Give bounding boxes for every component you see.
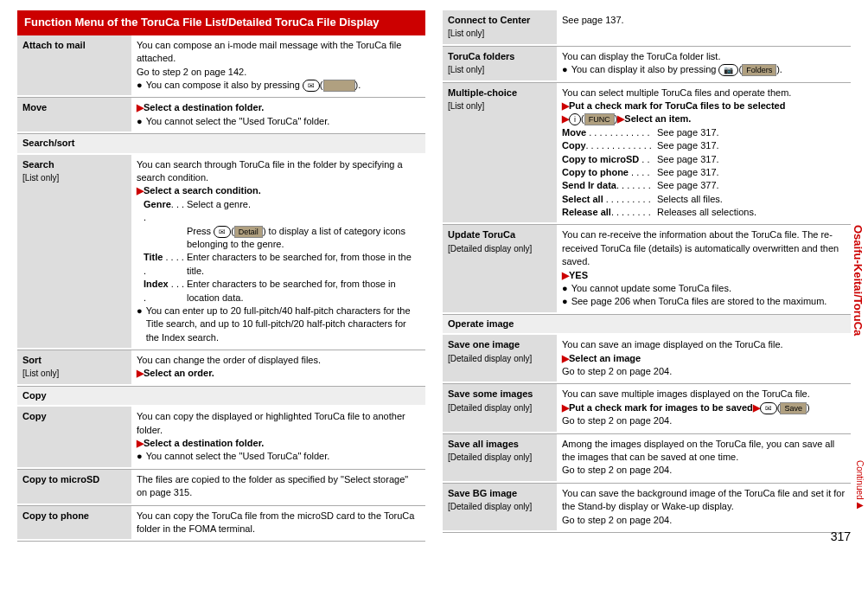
save-one-label: Save one image [Detailed display only]	[443, 335, 557, 382]
copy-phone-label: Copy to phone	[17, 506, 131, 540]
save-softkey: Save	[780, 402, 807, 414]
attach-to-mail-body: You can compose an i-mode mail message w…	[131, 35, 425, 96]
connect-center-label: Connect to Center [List only]	[443, 10, 557, 44]
multiple-choice-table: Multiple-choice [List only] You can sele…	[443, 83, 851, 223]
op-row: Release all. . . . . . . .Releases all s…	[562, 206, 846, 219]
op-row: Copy to microSD . .See page 317.	[562, 153, 846, 166]
op-row: Move . . . . . . . . . . . .See page 317…	[562, 126, 846, 139]
sort-body: You can change the order of displayed fi…	[131, 350, 425, 384]
save-all-table: Save all images [Detailed display only] …	[443, 434, 851, 481]
connect-center-body: See page 137.	[557, 10, 851, 44]
copy-body: You can copy the displayed or highlighte…	[131, 407, 425, 467]
mail-key-icon: ✉	[760, 402, 777, 414]
save-one-body: You can save an image displayed on the T…	[557, 335, 851, 382]
copy-microsd-body: The files are copied to the folder as sp…	[131, 470, 425, 504]
op-row: Copy. . . . . . . . . . . . .See page 31…	[562, 139, 846, 152]
side-tab: Osaifu-Keitai/ToruCa	[852, 225, 865, 336]
copy-header: Copy	[17, 387, 425, 405]
continued-label: Continued▶	[855, 460, 865, 510]
toruca-folders-table: ToruCa folders [List only] You can displ…	[443, 47, 851, 80]
save-one-table: Save one image [Detailed display only] Y…	[443, 335, 851, 382]
copy-microsd-label: Copy to microSD	[17, 470, 131, 504]
search-table: Search [List only] You can search throug…	[17, 155, 425, 348]
detail-softkey: Detail	[234, 226, 263, 238]
op-row: Send Ir data. . . . . . .See page 377.	[562, 179, 846, 192]
sort-label: Sort [List only]	[17, 350, 131, 384]
update-toruca-label: Update ToruCa [Detailed display only]	[443, 225, 557, 311]
copy-phone-table: Copy to phone You can copy the ToruCa fi…	[17, 506, 425, 540]
mail-softkey	[323, 80, 355, 92]
search-sort-header: Search/sort	[17, 134, 425, 152]
mail-key-icon: ✉	[303, 80, 320, 92]
save-bg-label: Save BG image [Detailed display only]	[443, 484, 557, 530]
copy-label: Copy	[17, 407, 131, 467]
left-column: Function Menu of the ToruCa File List/De…	[17, 10, 425, 542]
search-label: Search [List only]	[17, 155, 131, 348]
copy-phone-body: You can copy the ToruCa file from the mi…	[131, 506, 425, 540]
attach-to-mail-table: Attach to mail You can compose an i-mode…	[17, 35, 425, 96]
page-title: Function Menu of the ToruCa File List/De…	[17, 10, 425, 35]
search-body: You can search through ToruCa file in th…	[131, 155, 425, 348]
save-some-table: Save some images [Detailed display only]…	[443, 384, 851, 431]
move-label: Move	[17, 98, 131, 132]
right-column: Connect to Center [List only] See page 1…	[443, 10, 851, 542]
save-some-label: Save some images [Detailed display only]	[443, 384, 557, 431]
toruca-folders-body: You can display the ToruCa folder list. …	[557, 47, 851, 80]
op-row: Copy to phone . . . .See page 317.	[562, 166, 846, 179]
save-bg-body: You can save the background image of the…	[557, 484, 851, 530]
save-all-body: Among the images displayed on the ToruCa…	[557, 434, 851, 481]
page-number: 317	[831, 529, 851, 543]
attach-to-mail-label: Attach to mail	[17, 35, 131, 96]
operate-image-header: Operate image	[443, 315, 851, 333]
func-softkey: FUNC	[584, 113, 615, 125]
copy-microsd-table: Copy to microSD The files are copied to …	[17, 470, 425, 504]
move-table: Move ▶Select a destination folder. ●You …	[17, 98, 425, 132]
connect-center-table: Connect to Center [List only] See page 1…	[443, 10, 851, 44]
move-body: ▶Select a destination folder. ●You canno…	[131, 98, 425, 132]
sort-table: Sort [List only] You can change the orde…	[17, 350, 425, 384]
i-key-icon: i	[569, 113, 581, 125]
folders-softkey: Folders	[742, 64, 776, 76]
multiple-choice-label: Multiple-choice [List only]	[443, 83, 557, 223]
op-row: Select all . . . . . . . . .Selects all …	[562, 193, 846, 206]
mail-key-icon: ✉	[214, 226, 231, 238]
multiple-choice-body: You can select multiple ToruCa files and…	[557, 83, 851, 223]
update-toruca-table: Update ToruCa [Detailed display only] Yo…	[443, 225, 851, 311]
toruca-folders-label: ToruCa folders [List only]	[443, 47, 557, 80]
save-bg-table: Save BG image [Detailed display only] Yo…	[443, 484, 851, 530]
camera-key-icon: 📷	[718, 64, 738, 76]
save-all-label: Save all images [Detailed display only]	[443, 434, 557, 481]
save-some-body: You can save multiple images displayed o…	[557, 384, 851, 431]
copy-table: Copy You can copy the displayed or highl…	[17, 407, 425, 467]
update-toruca-body: You can re-receive the information about…	[557, 225, 851, 311]
